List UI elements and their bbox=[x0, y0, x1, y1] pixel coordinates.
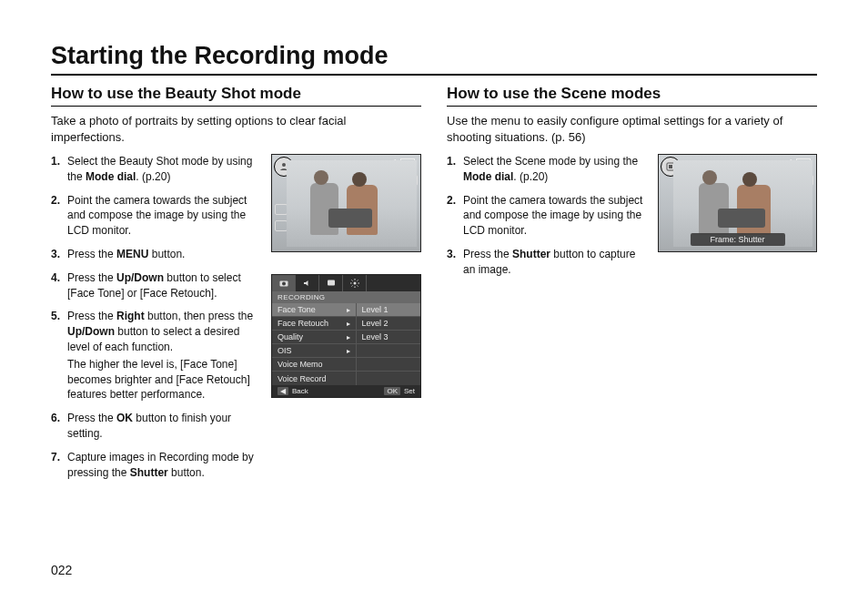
svg-rect-3 bbox=[328, 280, 335, 286]
menu-tab-camera bbox=[272, 275, 296, 291]
menu-tab-settings bbox=[343, 275, 367, 291]
back-glyph-icon: ◀ bbox=[278, 387, 288, 395]
step-2: Point the camera towards the subject and… bbox=[51, 193, 260, 239]
recording-menu: RECORDING Face Tone▸ Face Retouch▸ Quali… bbox=[271, 274, 421, 398]
step-3: Press the MENU button. bbox=[51, 247, 260, 262]
step-4: Press the Up/Down button to select [Face… bbox=[51, 270, 260, 301]
menu-tab-display bbox=[319, 275, 343, 291]
page-number: 022 bbox=[51, 563, 72, 577]
step-5: Press the Right button, then press the U… bbox=[51, 309, 260, 402]
menu-item-voice-record: Voice Record bbox=[272, 372, 356, 385]
step-1: Select the Beauty Shot mode by using the… bbox=[51, 154, 260, 185]
menu-section-label: RECORDING bbox=[272, 291, 420, 303]
step-1: Select the Scene mode by using the Mode … bbox=[447, 154, 647, 185]
menu-set-hint: OKSet bbox=[384, 387, 415, 395]
left-column: How to use the Beauty Shot mode Take a p… bbox=[51, 85, 421, 488]
right-column: How to use the Scene modes Use the menu … bbox=[447, 85, 817, 488]
scene-mode-preview: 1 Frame: Shutter bbox=[658, 154, 817, 252]
menu-level-empty bbox=[357, 372, 420, 385]
menu-level-2: Level 2 bbox=[357, 317, 420, 331]
chevron-right-icon: ▸ bbox=[347, 347, 350, 355]
scene-modes-steps: Select the Scene mode by using the Mode … bbox=[447, 154, 647, 286]
menu-level-empty bbox=[357, 358, 420, 372]
menu-item-ois: OIS▸ bbox=[272, 344, 356, 358]
menu-item-voice-memo: Voice Memo bbox=[272, 358, 356, 372]
beauty-shot-lead: Take a photo of portraits by setting opt… bbox=[51, 113, 421, 145]
chevron-right-icon: ▸ bbox=[347, 320, 350, 328]
ok-glyph-icon: OK bbox=[384, 387, 400, 395]
scene-modes-heading: How to use the Scene modes bbox=[447, 85, 817, 107]
svg-rect-6 bbox=[669, 165, 672, 168]
scene-modes-lead: Use the menu to easily configure optimal… bbox=[447, 113, 817, 145]
svg-point-2 bbox=[282, 282, 286, 286]
beauty-shot-preview: 1 bbox=[271, 154, 421, 252]
menu-item-face-retouch: Face Retouch▸ bbox=[272, 317, 356, 331]
chevron-right-icon: ▸ bbox=[347, 306, 350, 314]
menu-item-quality: Quality▸ bbox=[272, 331, 356, 344]
scene-frame-label: Frame: Shutter bbox=[690, 233, 784, 246]
face-tone-icon bbox=[275, 204, 288, 215]
svg-point-0 bbox=[282, 163, 286, 167]
menu-level-empty bbox=[357, 344, 420, 358]
menu-tab-sound bbox=[296, 275, 319, 291]
content-columns: How to use the Beauty Shot mode Take a p… bbox=[51, 85, 817, 488]
face-retouch-icon bbox=[275, 220, 288, 231]
chevron-right-icon: ▸ bbox=[347, 333, 350, 341]
menu-back-hint: ◀Back bbox=[278, 387, 308, 395]
step-7: Capture images in Recording mode by pres… bbox=[51, 450, 260, 481]
svg-point-4 bbox=[353, 282, 356, 285]
beauty-shot-steps: Select the Beauty Shot mode by using the… bbox=[51, 154, 260, 488]
menu-item-face-tone: Face Tone▸ bbox=[272, 303, 356, 317]
menu-level-3: Level 3 bbox=[357, 331, 420, 344]
page-title: Starting the Recording mode bbox=[51, 42, 817, 76]
step-6: Press the OK button to finish your setti… bbox=[51, 411, 260, 442]
beauty-shot-heading: How to use the Beauty Shot mode bbox=[51, 85, 421, 107]
menu-level-1: Level 1 bbox=[357, 303, 420, 317]
step-3: Press the Shutter button to capture an i… bbox=[447, 247, 647, 278]
step-2: Point the camera towards the subject and… bbox=[447, 193, 647, 239]
